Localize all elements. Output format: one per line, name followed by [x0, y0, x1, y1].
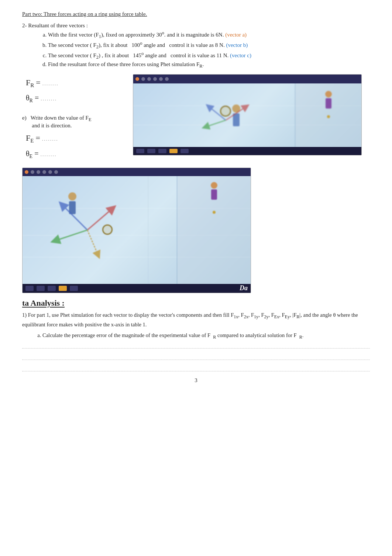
- part-heading: Part two: Three forces acting on a ring …: [22, 11, 370, 17]
- sim-dot-2-g4: [48, 170, 52, 174]
- sim-body-1: [133, 83, 361, 147]
- bb2-btn-5: [70, 286, 78, 291]
- sim-dot-gray-1: [141, 77, 145, 81]
- fe-formula: FE = ........: [26, 133, 129, 144]
- sim-image-1: [133, 74, 362, 155]
- part-e-label: e) Write down the value of FE and it is …: [22, 115, 129, 129]
- sim-toolbar-1: [133, 75, 361, 83]
- bb2-btn-3: [48, 286, 56, 291]
- bb-btn-orange: [169, 149, 178, 153]
- list-item-c: The second vector ( F2) , fix it about 1…: [48, 51, 370, 60]
- sim-body-2: [23, 176, 251, 284]
- fe-dots: ........: [42, 136, 58, 142]
- bb-btn-2: [147, 149, 155, 153]
- dotted-line-1: [22, 348, 370, 349]
- data-analysis-para1: 1) For part 1, use Phet simulation for e…: [22, 311, 370, 329]
- bb-btn-3: [158, 149, 166, 153]
- theta-e-formula: θE = ........: [26, 150, 129, 159]
- sub-item-a: Calculate the percentage error of the ma…: [42, 331, 370, 341]
- sim-dot-2-g3: [42, 170, 46, 174]
- bb2-btn-1: [25, 286, 34, 291]
- list-item-d: Find the resultant force of these three …: [48, 61, 370, 69]
- sim-dot-gray-5: [165, 77, 169, 81]
- list-item-a: With the first vector (F1), fixed on app…: [48, 30, 370, 40]
- da-label: Da: [240, 284, 248, 292]
- dotted-line-3: [22, 371, 370, 371]
- fr-dots: ........: [42, 81, 59, 86]
- bb2-btn-2: [37, 286, 45, 291]
- section-number: 2-: [22, 23, 27, 28]
- vector-a-label: (vector a): [225, 32, 247, 38]
- sim-toolbar-2: [23, 168, 251, 176]
- section-title: Resultant of three vectors :: [28, 23, 88, 28]
- bb-btn-1: [136, 149, 144, 153]
- sim-dot-2-g1: [31, 170, 34, 174]
- theta-r-dots: ........: [41, 96, 57, 102]
- theta-e-dots: ........: [40, 152, 56, 157]
- sim-dot-gray-3: [153, 77, 157, 81]
- vector-c-label: (vector c): [230, 52, 251, 58]
- sim-dot-orange: [135, 77, 139, 81]
- sim-dot-gray-4: [159, 77, 163, 81]
- bb2-btn-orange: [59, 286, 67, 291]
- list-item-b: The second vector ( F2), fix it about 10…: [48, 41, 370, 50]
- sim-image-2-container: Da: [22, 168, 370, 293]
- fr-formula: FR = ........: [26, 78, 129, 89]
- vector-b-label: (vector b): [226, 42, 248, 48]
- sim-dot-2-orange: [25, 170, 28, 174]
- formulas-col: FR = ........ θR = ........ e) Write dow…: [22, 74, 129, 162]
- section-block: 2- Resultant of three vectors :: [22, 23, 370, 29]
- blur-overlay-2: [23, 176, 251, 284]
- sim-image-2: Da: [22, 168, 251, 293]
- simulation-image-top: [133, 74, 370, 155]
- sim-dot-2-g2: [37, 170, 40, 174]
- bb-btn-5: [180, 149, 189, 153]
- page-number: 3: [22, 377, 370, 384]
- data-analysis-section: ta Analysis : 1) For part 1, use Phet si…: [22, 298, 370, 341]
- dotted-line-2: [22, 360, 370, 360]
- data-analysis-heading: ta Analysis :: [22, 298, 370, 308]
- sim-dot-gray-2: [147, 77, 151, 81]
- sim-dot-2-g5: [54, 170, 58, 174]
- theta-r-formula: θR = ........: [26, 94, 129, 104]
- sim-bottom-bar-1: [133, 147, 361, 155]
- blur-overlay-1: [133, 83, 361, 147]
- sim-bottom-bar-2: Da: [23, 284, 251, 293]
